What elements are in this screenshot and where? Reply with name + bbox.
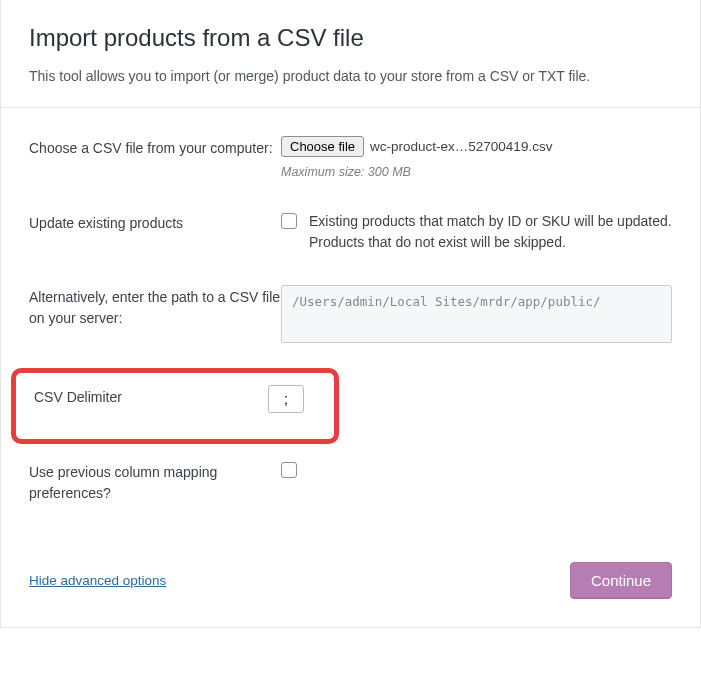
csv-delimiter-input[interactable] bbox=[268, 385, 304, 413]
update-value: Existing products that match by ID or SK… bbox=[281, 211, 672, 253]
delimiter-row: CSV Delimiter bbox=[34, 385, 324, 413]
delimiter-value bbox=[268, 385, 324, 413]
import-panel: Import products from a CSV file This too… bbox=[0, 0, 701, 628]
mapping-checkbox[interactable] bbox=[281, 462, 297, 478]
page-title: Import products from a CSV file bbox=[29, 24, 672, 52]
choose-file-button[interactable]: Choose file bbox=[281, 136, 364, 157]
file-picker: Choose file wc-product-ex…52700419.csv bbox=[281, 136, 672, 157]
server-path-row: Alternatively, enter the path to a CSV f… bbox=[29, 275, 672, 368]
panel-header: Import products from a CSV file This too… bbox=[1, 0, 700, 107]
mapping-value bbox=[281, 460, 672, 478]
update-check-row: Existing products that match by ID or SK… bbox=[281, 211, 672, 253]
delimiter-label: CSV Delimiter bbox=[34, 385, 268, 408]
form-body: Choose a CSV file from your computer: Ch… bbox=[1, 108, 700, 534]
panel-footer: Hide advanced options Continue bbox=[1, 534, 700, 627]
max-size-text: Maximum size: 300 MB bbox=[281, 165, 672, 179]
update-existing-checkbox[interactable] bbox=[281, 213, 297, 229]
file-label: Choose a CSV file from your computer: bbox=[29, 136, 281, 159]
hide-advanced-link[interactable]: Hide advanced options bbox=[29, 573, 166, 588]
server-path-value: /Users/admin/Local Sites/mrdr/app/public… bbox=[281, 285, 672, 346]
delimiter-highlight: CSV Delimiter bbox=[11, 368, 339, 444]
update-row: Update existing products Existing produc… bbox=[29, 201, 672, 275]
update-check-text: Existing products that match by ID or SK… bbox=[309, 211, 672, 253]
mapping-label: Use previous column mapping preferences? bbox=[29, 460, 281, 504]
mapping-row: Use previous column mapping preferences? bbox=[29, 450, 672, 526]
chosen-filename: wc-product-ex…52700419.csv bbox=[370, 139, 552, 154]
continue-button[interactable]: Continue bbox=[570, 562, 672, 599]
file-row: Choose a CSV file from your computer: Ch… bbox=[29, 126, 672, 201]
page-subtitle: This tool allows you to import (or merge… bbox=[29, 66, 672, 87]
server-path-label: Alternatively, enter the path to a CSV f… bbox=[29, 285, 281, 329]
server-path-input[interactable]: /Users/admin/Local Sites/mrdr/app/public… bbox=[281, 285, 672, 343]
update-label: Update existing products bbox=[29, 211, 281, 234]
file-value: Choose file wc-product-ex…52700419.csv M… bbox=[281, 136, 672, 179]
